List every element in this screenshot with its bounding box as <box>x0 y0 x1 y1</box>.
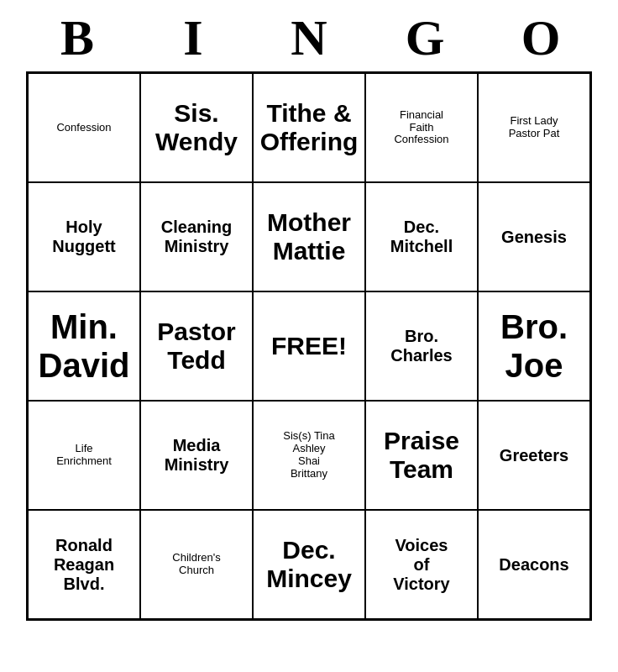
cell-text-r2-c1: PastorTedd <box>157 318 235 375</box>
cell-text-r3-c1: MediaMinistry <box>165 436 229 475</box>
cell-text-r1-c2: MotherMattie <box>267 208 351 266</box>
cell-r0-c2: Tithe &Offering <box>253 73 365 182</box>
cell-text-r3-c0: LifeEnrichment <box>56 443 112 468</box>
cell-text-r0-c3: FinancialFaithConfession <box>394 109 448 147</box>
cell-r2-c2: FREE! <box>253 291 365 401</box>
bingo-header: BINGO <box>19 8 599 67</box>
cell-text-r1-c0: HolyNuggett <box>52 218 116 256</box>
bingo-grid: ConfessionSis.WendyTithe &OfferingFinanc… <box>26 71 592 621</box>
cell-r3-c2: Sis(s) TinaAshleyShaiBrittany <box>253 401 365 510</box>
cell-text-r2-c4: Bro.Joe <box>500 307 568 385</box>
cell-r4-c3: VoicesofVictory <box>365 510 478 619</box>
cell-text-r1-c4: Genesis <box>501 228 567 247</box>
header-letter-n: N <box>259 9 359 67</box>
header-letter-g: G <box>374 9 475 67</box>
cell-text-r4-c2: Dec.Mincey <box>266 536 352 594</box>
cell-text-r0-c4: First LadyPastor Pat <box>509 115 560 140</box>
cell-r1-c2: MotherMattie <box>253 182 365 291</box>
cell-text-r0-c1: Sis.Wendy <box>155 99 238 157</box>
cell-r4-c4: Deacons <box>478 510 590 619</box>
cell-r4-c0: RonaldReaganBlvd. <box>28 510 140 619</box>
cell-text-r1-c1: CleaningMinistry <box>161 218 232 256</box>
cell-text-r3-c2: Sis(s) TinaAshleyShaiBrittany <box>283 430 334 480</box>
cell-r4-c2: Dec.Mincey <box>253 510 365 619</box>
cell-r3-c1: MediaMinistry <box>140 401 253 510</box>
cell-r0-c3: FinancialFaithConfession <box>365 73 478 182</box>
header-letter-b: B <box>27 9 128 67</box>
cell-r1-c1: CleaningMinistry <box>140 182 253 291</box>
cell-r0-c4: First LadyPastor Pat <box>478 73 590 182</box>
cell-r3-c3: PraiseTeam <box>365 401 478 510</box>
cell-r2-c3: Bro.Charles <box>365 291 478 401</box>
cell-r3-c4: Greeters <box>478 401 590 510</box>
cell-text-r2-c0: Min.David <box>39 307 130 385</box>
cell-r2-c1: PastorTedd <box>140 291 253 401</box>
cell-text-r4-c1: Children'sChurch <box>172 552 220 577</box>
cell-text-r2-c2: FREE! <box>271 332 347 361</box>
cell-r2-c0: Min.David <box>28 291 140 401</box>
header-letter-o: O <box>490 9 591 67</box>
cell-r0-c1: Sis.Wendy <box>140 73 253 182</box>
cell-text-r0-c0: Confession <box>56 122 111 134</box>
cell-text-r1-c3: Dec.Mitchell <box>390 218 453 256</box>
cell-r0-c0: Confession <box>28 73 140 182</box>
cell-r4-c1: Children'sChurch <box>140 510 253 619</box>
cell-r3-c0: LifeEnrichment <box>28 401 140 510</box>
cell-text-r4-c3: VoicesofVictory <box>393 536 449 594</box>
cell-text-r3-c3: PraiseTeam <box>384 427 459 485</box>
cell-text-r4-c4: Deacons <box>499 555 568 575</box>
cell-r1-c4: Genesis <box>478 182 590 291</box>
cell-text-r2-c3: Bro.Charles <box>390 327 452 365</box>
cell-r1-c3: Dec.Mitchell <box>365 182 478 291</box>
cell-r2-c4: Bro.Joe <box>478 291 590 401</box>
cell-text-r4-c0: RonaldReaganBlvd. <box>54 536 114 594</box>
header-letter-i: I <box>143 9 244 67</box>
cell-text-r0-c2: Tithe &Offering <box>260 99 359 157</box>
cell-text-r3-c4: Greeters <box>500 446 568 465</box>
cell-r1-c0: HolyNuggett <box>28 182 140 291</box>
